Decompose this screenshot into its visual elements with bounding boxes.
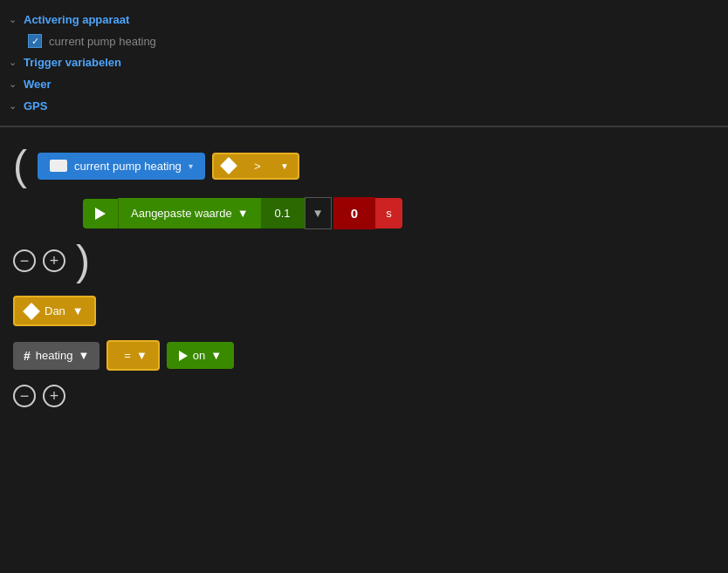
tree-child-label-current-pump: current pump heating — [49, 35, 156, 48]
minus-button-bottom[interactable]: − — [13, 385, 36, 407]
var-chevron-icon: ▼ — [78, 349, 89, 362]
pm-row-bottom: − + — [13, 385, 715, 407]
minus-icon: − — [20, 253, 30, 269]
operator-text: > — [240, 160, 275, 173]
custom-value-button[interactable]: Aangepaste waarde ▼ — [118, 198, 261, 229]
minus-bottom-icon: − — [20, 388, 30, 404]
dan-chevron-icon: ▼ — [72, 304, 84, 317]
plus-bottom-icon: + — [50, 388, 59, 404]
delay-unit-text: s — [386, 207, 392, 220]
tree-child-current-pump[interactable]: current pump heating — [0, 31, 728, 51]
equals-symbol: = — [124, 349, 131, 362]
value-num-text: 0.1 — [275, 207, 291, 220]
value-tri-button[interactable]: ▼ — [305, 197, 332, 229]
paren-open: ( — [13, 145, 27, 187]
custom-value-label: Aangepaste waarde — [131, 207, 232, 220]
plus-button[interactable]: + — [43, 249, 65, 272]
diamond-icon — [220, 157, 237, 174]
tree-label-weer: Weer — [24, 78, 52, 91]
chevron-activering-icon: ⌄ — [9, 14, 17, 25]
device-button[interactable]: current pump heating ▾ — [38, 153, 205, 180]
on-label: on — [193, 349, 205, 362]
dan-label: Dan — [45, 304, 65, 317]
dan-diamond-icon — [23, 303, 40, 320]
minus-button[interactable]: − — [13, 249, 36, 272]
paren-close: ) — [76, 240, 90, 282]
play-button[interactable] — [83, 199, 118, 229]
plus-icon: + — [50, 253, 59, 269]
dan-button[interactable]: Dan ▼ — [13, 296, 96, 326]
device-label: current pump heating — [74, 160, 182, 173]
value-row: Aangepaste waarde ▼ 0.1 ▼ 0 s — [83, 197, 715, 229]
on-play-icon — [179, 351, 188, 361]
on-chevron-icon: ▼ — [210, 349, 222, 362]
device-chevron-icon: ▾ — [189, 161, 193, 171]
plus-button-bottom[interactable]: + — [43, 385, 65, 407]
bottom-section: ( current pump heating ▾ > ▼ Aangepaste … — [0, 127, 728, 439]
tree-label-activering: Activering apparaat — [24, 13, 129, 26]
tree-label-gps: GPS — [24, 99, 47, 113]
tree-item-weer[interactable]: ⌄ Weer — [0, 73, 728, 95]
custom-value-chevron-icon: ▼ — [237, 207, 249, 220]
tree-item-gps[interactable]: ⌄ GPS — [0, 95, 728, 117]
dan-row: Dan ▼ — [13, 296, 715, 326]
chevron-weer-icon: ⌄ — [9, 78, 17, 90]
tree-item-trigger[interactable]: ⌄ Trigger variabelen — [0, 51, 728, 73]
checkbox-current-pump[interactable] — [28, 34, 42, 48]
condition-row: ( current pump heating ▾ > ▼ — [13, 145, 715, 187]
device-icon — [50, 160, 67, 172]
chevron-trigger-icon: ⌄ — [9, 57, 17, 68]
hash-var-button[interactable]: # heating ▼ — [13, 342, 100, 370]
tree-label-trigger: Trigger variabelen — [24, 56, 121, 69]
action-row: # heating ▼ = ▼ on ▼ — [13, 340, 715, 371]
hash-symbol: # — [24, 349, 31, 363]
equals-chevron-icon: ▼ — [136, 349, 148, 362]
on-button[interactable]: on ▼ — [167, 342, 234, 369]
var-label: heating — [36, 349, 73, 362]
operator-chevron-icon: ▼ — [280, 161, 289, 171]
value-num-button[interactable]: 0.1 — [261, 198, 305, 229]
play-icon — [95, 208, 106, 220]
equals-button[interactable]: = ▼ — [106, 340, 159, 371]
delay-num-text: 0 — [351, 206, 358, 221]
delay-num-button[interactable]: 0 — [333, 197, 375, 229]
top-section: ⌄ Activering apparaat current pump heati… — [0, 0, 728, 126]
operator-button[interactable]: > ▼ — [212, 153, 299, 180]
chevron-gps-icon: ⌄ — [9, 100, 17, 112]
delay-unit-button[interactable]: s — [375, 198, 402, 229]
pm-row: − + ) — [13, 240, 715, 282]
tree-item-activering[interactable]: ⌄ Activering apparaat — [0, 9, 728, 31]
